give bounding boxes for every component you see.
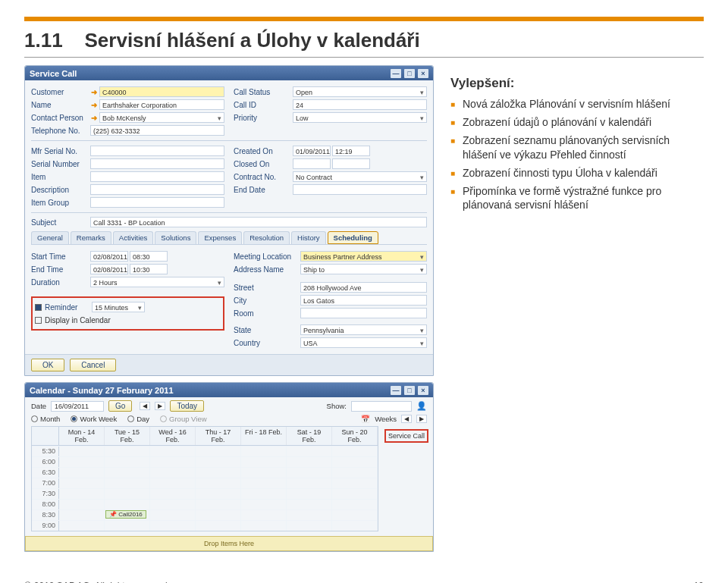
state-select[interactable]: Pennsylvania: [300, 324, 427, 335]
day-header[interactable]: Wed - 16 Feb.: [150, 427, 196, 445]
created-date-input[interactable]: 01/09/2011: [293, 146, 331, 156]
service-tabs: General Remarks Activities Solutions Exp…: [31, 231, 427, 245]
meeting-location-select[interactable]: Business Partner Address: [300, 251, 427, 262]
serial-input[interactable]: [90, 158, 224, 169]
status-label: Call Status: [234, 88, 293, 96]
tab-remarks[interactable]: Remarks: [71, 231, 111, 244]
start-date-input[interactable]: 02/08/2011: [90, 251, 128, 262]
status-select[interactable]: Open: [293, 86, 427, 97]
list-item: Zobrazení údajů o plánování v kalendáři: [450, 115, 704, 129]
closed-on-label: Closed On: [234, 160, 293, 168]
display-calendar-label: Display in Calendar: [45, 316, 111, 324]
created-on-label: Created On: [234, 147, 293, 155]
window-title: Service Call: [30, 69, 77, 78]
country-select[interactable]: USA: [300, 337, 427, 348]
view-day-radio[interactable]: Day: [127, 415, 149, 423]
tab-general[interactable]: General: [31, 231, 69, 244]
name-input[interactable]: Earthshaker Corporation: [99, 99, 224, 110]
mfr-serial-input[interactable]: [90, 146, 224, 156]
end-time-label: End Time: [31, 265, 90, 274]
weeks-next-icon[interactable]: ▶: [416, 415, 427, 423]
minimize-icon[interactable]: —: [391, 386, 401, 395]
reminder-select[interactable]: 15 Minutes: [92, 302, 145, 312]
show-label: Show:: [327, 402, 347, 410]
start-time-input[interactable]: 08:30: [130, 251, 168, 262]
reminder-label: Reminder: [45, 303, 92, 312]
day-header[interactable]: Sat - 19 Feb.: [287, 427, 332, 445]
view-group-radio[interactable]: Group View: [160, 415, 206, 423]
view-workweek-radio[interactable]: Work Week: [71, 415, 117, 423]
meeting-location-label: Meeting Location: [234, 252, 300, 261]
cancel-button[interactable]: Cancel: [70, 359, 116, 371]
description-input[interactable]: [90, 184, 224, 195]
weeks-icon[interactable]: 📅: [361, 415, 370, 423]
minimize-icon[interactable]: —: [391, 69, 401, 78]
link-arrow-icon[interactable]: ➜: [90, 101, 98, 109]
weeks-prev-icon[interactable]: ◀: [401, 415, 412, 423]
day-header[interactable]: Fri - 18 Feb.: [241, 427, 287, 445]
priority-label: Priority: [234, 114, 293, 122]
day-header[interactable]: Sun - 20 Feb.: [332, 427, 378, 445]
created-time-input[interactable]: 12:19: [332, 146, 370, 156]
priority-select[interactable]: Low: [293, 112, 427, 123]
item-group-input[interactable]: [90, 197, 224, 208]
item-input[interactable]: [90, 171, 224, 182]
tab-solutions[interactable]: Solutions: [155, 231, 196, 244]
close-icon[interactable]: ×: [418, 386, 428, 395]
day-header[interactable]: Mon - 14 Feb.: [59, 427, 105, 445]
add-user-icon[interactable]: 👤: [416, 401, 427, 411]
mfr-serial-label: Mfr Serial No.: [31, 147, 90, 155]
room-input[interactable]: [300, 308, 427, 318]
maximize-icon[interactable]: □: [404, 69, 415, 78]
closed-date-input[interactable]: [293, 158, 331, 169]
view-month-radio[interactable]: Month: [31, 415, 60, 423]
duration-select[interactable]: 2 Hours: [90, 277, 224, 287]
calendar-event[interactable]: 📌 Call2016: [105, 510, 146, 519]
display-calendar-checkbox[interactable]: [35, 317, 42, 324]
tab-resolution[interactable]: Resolution: [243, 231, 290, 244]
tab-expenses[interactable]: Expenses: [198, 231, 242, 244]
link-arrow-icon[interactable]: ➜: [90, 114, 98, 122]
address-name-select[interactable]: Ship to: [300, 264, 427, 274]
calendar-title: Calendar - Sunday 27 February 2011: [30, 386, 174, 395]
list-item: Nová záložka Plánování v servisním hláše…: [450, 97, 704, 111]
calendar-grid[interactable]: 5:30 6:00 6:30 7:00 7:30 8:00 8:30📌 Call…: [31, 446, 378, 531]
tab-scheduling[interactable]: Scheduling: [328, 231, 378, 244]
day-header[interactable]: Tue - 15 Feb.: [105, 427, 150, 445]
reminder-checkbox[interactable]: [35, 304, 42, 311]
show-user-select[interactable]: [351, 401, 412, 412]
contract-no-label: Contract No.: [234, 173, 293, 181]
end-date-input[interactable]: 02/08/2011: [90, 264, 128, 274]
close-icon[interactable]: ×: [418, 69, 428, 78]
telephone-input[interactable]: (225) 632-3332: [90, 125, 224, 136]
tab-history[interactable]: History: [291, 231, 326, 244]
event-icon: 📌: [109, 511, 117, 518]
subject-input[interactable]: Call 3331 - BP Location: [90, 217, 427, 227]
drop-zone[interactable]: Drop Items Here: [25, 536, 433, 551]
calendar-date-input[interactable]: 16/09/2011: [51, 401, 104, 412]
name-label: Name: [31, 101, 90, 109]
link-arrow-icon[interactable]: ➜: [90, 88, 98, 96]
end-time-input[interactable]: 10:30: [130, 264, 168, 274]
city-input[interactable]: Los Gatos: [300, 295, 427, 306]
maximize-icon[interactable]: □: [404, 386, 415, 395]
service-call-side-panel[interactable]: Service Call: [384, 429, 428, 443]
end-date-input[interactable]: [293, 184, 427, 195]
prev-icon[interactable]: ◀: [140, 402, 150, 410]
closed-time-input[interactable]: [332, 158, 370, 169]
street-input[interactable]: 208 Hollywood Ave: [300, 282, 427, 293]
item-group-label: Item Group: [31, 199, 90, 207]
go-button[interactable]: Go: [108, 400, 132, 412]
contact-input[interactable]: Bob McKensly: [99, 112, 224, 123]
callid-label: Call ID: [234, 101, 293, 109]
tab-activities[interactable]: Activities: [113, 231, 153, 244]
ok-button[interactable]: OK: [31, 359, 64, 371]
callid-input[interactable]: 24: [293, 99, 427, 110]
customer-input[interactable]: C40000: [99, 86, 224, 97]
list-item: Zobrazení činnosti typu Úloha v kalendář…: [450, 166, 704, 180]
duration-label: Duration: [31, 278, 90, 287]
next-icon[interactable]: ▶: [155, 402, 165, 410]
day-header[interactable]: Thu - 17 Feb.: [196, 427, 241, 445]
today-button[interactable]: Today: [170, 400, 204, 412]
contract-select[interactable]: No Contract: [293, 171, 427, 182]
